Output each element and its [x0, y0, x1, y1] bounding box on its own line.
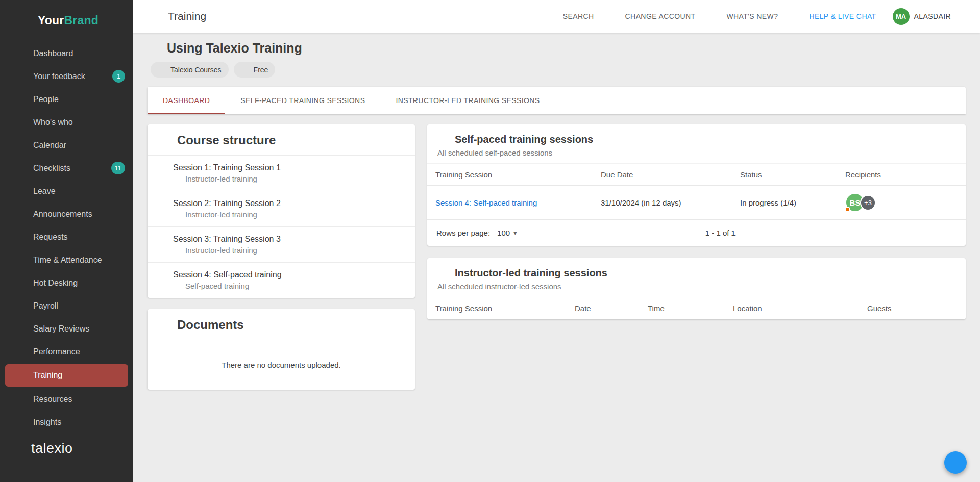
sidebar-item-who-s-who[interactable]: Who's who — [0, 111, 133, 134]
course-item-type: Instructor-led training — [185, 246, 257, 255]
sidebar-item-payroll[interactable]: Payroll — [0, 294, 133, 317]
sidebar-item-announcements[interactable]: Announcements — [0, 202, 133, 225]
sidebar-item-performance[interactable]: Performance — [0, 340, 133, 363]
documents-empty-text: There are no documents uploaded. — [148, 340, 415, 390]
sidebar-item-label: Payroll — [33, 301, 58, 311]
course-item-title: Session 2: Training Session 2 — [173, 199, 375, 208]
add-document-button[interactable] — [391, 318, 405, 332]
topbar: Training SEARCH CHANGE ACCOUNT WHAT'S NE… — [133, 0, 980, 33]
course-structure-item: Session 3: Training Session 3 Instructor… — [148, 226, 415, 262]
back-button[interactable] — [148, 42, 161, 55]
people-icon — [12, 94, 23, 105]
sidebar-item-insights[interactable]: Insights — [0, 411, 133, 434]
sidebar-item-dashboard[interactable]: Dashboard — [0, 42, 133, 65]
edit-icon[interactable] — [375, 204, 385, 214]
checklists-icon — [12, 163, 23, 173]
add-course-item-button[interactable] — [391, 134, 405, 147]
edit-icon[interactable] — [375, 168, 385, 179]
sidebar-item-people[interactable]: People — [0, 88, 133, 111]
sidebar-item-label: Requests — [33, 233, 68, 242]
count-badge: 1 — [112, 70, 125, 83]
column-header: Training Session — [435, 304, 575, 313]
rows-per-page-select[interactable]: 100▾ — [497, 229, 517, 237]
sidebar-item-checklists[interactable]: Checklists 11 — [0, 157, 133, 180]
course-item-title: Session 1: Training Session 1 — [173, 163, 375, 172]
count-badge: 11 — [111, 162, 126, 174]
course-structure-card: Course structure Session 1: Training Ses… — [148, 124, 415, 298]
kebab-icon[interactable] — [396, 204, 406, 214]
sidebar-item-label: Training — [33, 371, 62, 380]
instructor-led-card-icon — [437, 267, 449, 279]
sidebar-item-label: Leave — [33, 187, 56, 196]
topbar-action-change-account[interactable]: CHANGE ACCOUNT — [610, 11, 696, 21]
kebab-icon[interactable] — [396, 168, 406, 179]
filter-icon[interactable] — [916, 136, 927, 147]
sidebar-item-your-feedback[interactable]: Your feedback 1 — [0, 65, 133, 88]
edit-icon[interactable] — [375, 240, 385, 250]
sidebar-item-leave[interactable]: Leave — [0, 180, 133, 202]
topbar-action-help-live-chat[interactable]: HELP & LIVE CHAT — [794, 11, 876, 21]
row-menu-kebab-icon[interactable] — [943, 197, 953, 208]
help-icon — [794, 11, 804, 21]
pagination-footer: Rows per page: 100▾ 1 - 1 of 1 — [427, 219, 966, 246]
sidebar-item-label: Dashboard — [33, 49, 73, 58]
collapse-sidebar-button[interactable] — [110, 463, 122, 475]
topbar-action-label: CHANGE ACCOUNT — [625, 12, 696, 20]
topbar-action-what-s-new[interactable]: WHAT'S NEW? — [712, 11, 778, 21]
price-icon — [241, 65, 250, 74]
sidebar-item-salary-reviews[interactable]: Salary Reviews — [0, 317, 133, 340]
talexio-wordmark: talexio — [31, 441, 73, 456]
avatar-overflow-badge[interactable]: +3 — [860, 195, 876, 211]
column-header: Status — [740, 170, 845, 179]
announcements-icon — [12, 209, 23, 219]
training-icon — [12, 370, 23, 381]
user-name: ALASDAIR — [914, 12, 951, 20]
documents-folder-icon — [158, 319, 170, 332]
drag-handle-icon[interactable] — [155, 275, 166, 286]
add-self-paced-session-button[interactable] — [942, 135, 955, 148]
sidebar-item-requests[interactable]: Requests — [0, 225, 133, 248]
edit-icon[interactable] — [375, 275, 385, 286]
self-paced-card-icon — [437, 134, 449, 145]
drag-handle-icon[interactable] — [155, 168, 166, 179]
page-menu-kebab-icon[interactable] — [953, 42, 966, 55]
fab-compose-button[interactable] — [944, 451, 967, 474]
sort-desc-icon — [635, 170, 644, 179]
filter-icon[interactable] — [916, 270, 927, 281]
tab-dashboard[interactable]: DASHBOARD — [148, 87, 225, 114]
prev-page-button[interactable] — [924, 227, 941, 239]
topbar-action-search[interactable]: SEARCH — [548, 11, 594, 21]
sidebar-item-resources[interactable]: Resources — [0, 388, 133, 411]
rows-per-page-label: Rows per page: — [436, 229, 490, 237]
tab-instructor-led-training-sessions[interactable]: INSTRUCTOR-LED TRAINING SESSIONS — [380, 87, 555, 114]
sidebar-item-calendar[interactable]: Calendar — [0, 134, 133, 157]
next-page-button[interactable] — [941, 227, 959, 239]
sidebar-item-label: Checklists — [33, 164, 70, 173]
column-header: Time — [648, 304, 733, 313]
tab-self-paced-training-sessions[interactable]: SELF-PACED TRAINING SESSIONS — [225, 87, 380, 114]
time-attendance-icon — [12, 255, 23, 265]
column-header-sorted[interactable]: Due Date — [601, 170, 740, 179]
kebab-icon[interactable] — [396, 240, 406, 250]
kebab-icon[interactable] — [396, 275, 406, 286]
sidebar-item-training[interactable]: Training — [5, 364, 128, 387]
topbar-action-label: SEARCH — [563, 12, 594, 20]
training-icon — [149, 10, 161, 22]
session-link[interactable]: Session 4: Self-paced training — [435, 198, 601, 207]
sidebar-item-hot-desking[interactable]: Hot Desking — [0, 271, 133, 294]
column-header-sorted[interactable]: Date — [575, 304, 648, 313]
swap-icon — [610, 11, 621, 21]
course-structure-item: Session 1: Training Session 1 Instructor… — [148, 155, 415, 191]
brand: YourBrand — [0, 0, 133, 41]
main-area: Training SEARCH CHANGE ACCOUNT WHAT'S NE… — [133, 0, 980, 482]
drag-handle-icon[interactable] — [155, 239, 166, 250]
presence-dot — [845, 207, 850, 212]
file-icon — [173, 174, 182, 183]
documents-title: Documents — [177, 318, 244, 332]
course-item-type: Instructor-led training — [185, 210, 257, 219]
user-menu[interactable]: MA ALASDAIR — [893, 8, 965, 25]
drag-handle-icon[interactable] — [155, 204, 166, 215]
add-instructor-led-session-button[interactable] — [942, 269, 955, 282]
page-title: Using Talexio Training — [167, 41, 302, 56]
sidebar-item-time-attendance[interactable]: Time & Attendance — [0, 248, 133, 271]
